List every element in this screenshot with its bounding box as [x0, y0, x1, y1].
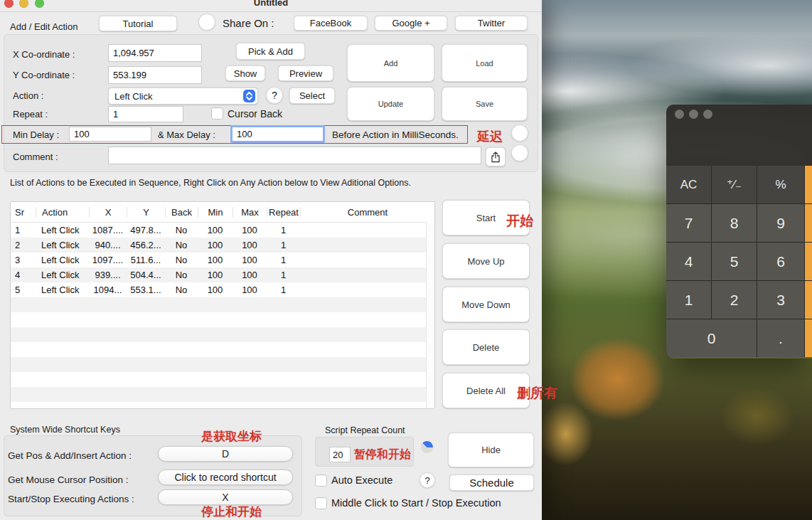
export-button[interactable] [486, 147, 506, 166]
middle-click-label: Middle Click to Start / Stop Execution [331, 497, 501, 509]
col-repeat: Repeat [267, 207, 300, 218]
table-row[interactable]: 3Left Click1097....511.6...No1001001 [11, 253, 434, 267]
calculator-window[interactable]: AC ⁺⁄₋ % 7 8 9 4 5 6 1 2 3 0 . [666, 105, 812, 359]
calc-key-1[interactable]: 1 [666, 281, 711, 319]
calc-key-6[interactable]: 6 [757, 243, 804, 280]
select-button[interactable]: Select [289, 87, 335, 104]
preview-button[interactable]: Preview [278, 65, 333, 81]
max-delay-input[interactable]: 100 [230, 125, 325, 143]
list-caption: List of Actions to be Executed in Sequen… [10, 178, 411, 188]
delay-toggle-button[interactable] [511, 124, 528, 142]
table-row[interactable]: 5Left Click1094...553.1...No1001001 [11, 282, 434, 297]
get-mouse-shortcut-button[interactable]: Click to record shortcut [158, 469, 293, 485]
action-help-button[interactable]: ? [266, 87, 283, 104]
calc-key-plusminus[interactable]: ⁺⁄₋ [712, 166, 757, 203]
col-action: Action [36, 207, 89, 218]
delay-suffix-label: Before Action in MilliSeconds. [332, 129, 459, 140]
calc-key-divide[interactable] [805, 166, 812, 203]
calc-key-3[interactable]: 3 [757, 281, 804, 319]
min-delay-input[interactable]: 100 [69, 127, 151, 142]
calculator-keypad: AC ⁺⁄₋ % 7 8 9 4 5 6 1 2 3 0 . [666, 166, 812, 357]
table-row[interactable]: 2Left Click940....456.2...No1001001 [11, 238, 434, 253]
annotation-get-pos: 是获取坐标 [201, 428, 262, 445]
get-mouse-label: Get Mouse Cursor Position : [8, 474, 129, 485]
calc-key-multiply[interactable] [805, 204, 812, 242]
script-repeat-title: Script Repeat Count [325, 425, 405, 435]
annotation-stop-start: 停止和开始 [201, 504, 262, 520]
annotation-delete-all: 删所有 [517, 384, 557, 403]
calc-key-7[interactable]: 7 [666, 204, 711, 242]
action-label: Action : [13, 90, 43, 101]
calc-key-ac[interactable]: AC [666, 166, 711, 203]
add-button[interactable]: Add [347, 44, 434, 82]
calc-minimize-button[interactable] [689, 110, 698, 119]
footer-help-button[interactable]: ? [420, 472, 435, 488]
middle-click-checkbox[interactable] [315, 497, 327, 509]
calc-close-button[interactable] [675, 110, 684, 119]
move-down-button[interactable]: Move Down [442, 287, 530, 322]
share-on-label: Share On : [223, 17, 274, 29]
action-dropdown[interactable]: Left Click [108, 87, 258, 105]
tutorial-button[interactable]: Tutorial [99, 16, 177, 31]
col-min: Min [198, 207, 233, 218]
share-google-button[interactable]: Google + [375, 16, 447, 31]
x-coordinate-label: X Co-ordinate : [13, 49, 75, 60]
calc-key-0[interactable]: 0 [666, 319, 757, 357]
calc-key-dot[interactable]: . [757, 319, 804, 357]
get-pos-shortcut-button[interactable]: D [158, 446, 293, 462]
table-row[interactable]: 1Left Click1087....497.8...No1001001 [11, 223, 434, 238]
calculator-display [666, 105, 812, 166]
calc-key-plus[interactable] [805, 281, 812, 319]
desktop: Untitled Add / Edit Action Tutorial Shar… [0, 0, 812, 520]
auto-execute-checkbox[interactable] [315, 474, 327, 487]
col-max: Max [233, 207, 267, 218]
comment-input[interactable] [108, 147, 481, 164]
y-coordinate-input[interactable]: 553.199 [108, 66, 202, 84]
start-stop-shortcut-button[interactable]: X [158, 489, 293, 505]
delete-button[interactable]: Delete [442, 329, 530, 365]
update-button[interactable]: Update [347, 87, 434, 121]
actions-table[interactable]: Sr Action X Y Back Min Max Repeat Commen… [10, 201, 435, 409]
y-coordinate-label: Y Co-ordinate : [13, 70, 75, 80]
cursor-back-label: Cursor Back [228, 108, 282, 120]
calc-key-9[interactable]: 9 [757, 204, 804, 242]
col-sr: Sr [11, 207, 36, 218]
section-title: Add / Edit Action [10, 21, 78, 32]
calc-key-equals[interactable] [805, 319, 812, 357]
calc-key-8[interactable]: 8 [712, 204, 757, 242]
calc-key-5[interactable]: 5 [712, 243, 757, 280]
calc-key-4[interactable]: 4 [666, 243, 711, 280]
comment-toggle-button[interactable] [511, 144, 528, 161]
start-stop-label: Start/Stop Executing Actions : [8, 494, 134, 504]
calc-key-percent[interactable]: % [757, 166, 804, 203]
table-row[interactable]: 4Left Click939....504.4...No1001001 [11, 267, 434, 282]
min-delay-label: Min Delay : [13, 129, 59, 140]
save-button[interactable]: Save [442, 87, 528, 121]
action-dropdown-value: Left Click [114, 91, 152, 102]
show-button[interactable]: Show [225, 65, 265, 81]
repeat-label: Repeat : [13, 109, 48, 120]
auto-clicker-window: Untitled Add / Edit Action Tutorial Shar… [0, 0, 542, 520]
repeat-input[interactable]: 1 [108, 106, 183, 122]
schedule-button[interactable]: Schedule [449, 474, 534, 491]
annotation-pause-start: 暂停和开始 [354, 447, 411, 462]
cursor-back-checkbox[interactable] [211, 107, 223, 120]
hide-button[interactable]: Hide [448, 433, 534, 467]
move-up-button[interactable]: Move Up [442, 243, 530, 279]
max-delay-label: & Max Delay : [158, 129, 215, 140]
load-button[interactable]: Load [442, 44, 528, 82]
share-facebook-button[interactable]: FaceBook [294, 16, 368, 31]
annotation-start: 开始 [506, 212, 533, 230]
dropdown-stepper-icon [243, 90, 255, 102]
pick-and-add-button[interactable]: Pick & Add [236, 43, 305, 60]
script-repeat-input[interactable]: 20 [329, 447, 351, 462]
calc-zoom-button[interactable] [703, 110, 712, 119]
annotation-delay: 延迟 [477, 128, 503, 145]
table-scrollbar[interactable] [426, 222, 434, 408]
calc-key-minus[interactable] [805, 243, 812, 280]
header-toggle-button[interactable] [198, 14, 215, 31]
x-coordinate-input[interactable]: 1,094.957 [108, 44, 202, 62]
share-twitter-button[interactable]: Twitter [455, 16, 528, 31]
calc-key-2[interactable]: 2 [712, 281, 757, 319]
window-titlebar[interactable]: Untitled [0, 0, 542, 12]
